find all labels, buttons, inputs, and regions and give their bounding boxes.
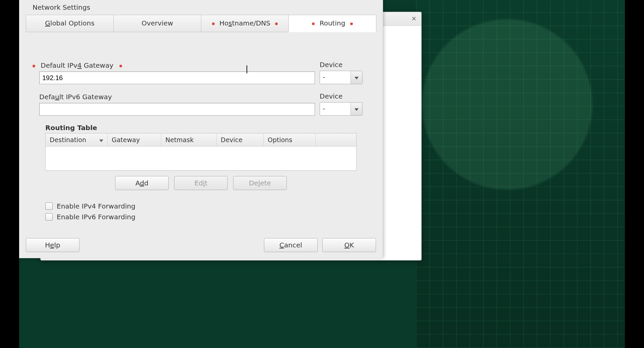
column-options[interactable]: Options (264, 133, 316, 146)
modified-dot-icon (33, 65, 35, 67)
ipv4-device-label: Device (320, 61, 363, 69)
modified-dot-icon (119, 65, 122, 67)
ok-button[interactable]: OK (322, 238, 376, 252)
cancel-button[interactable]: Cancel (264, 238, 318, 252)
modified-dot-icon (350, 22, 353, 25)
modified-dot-icon (275, 22, 278, 25)
svg-marker-0 (355, 77, 359, 79)
letterbox-right (625, 0, 644, 348)
checkbox-icon (45, 202, 53, 210)
wallpaper-circuit (416, 0, 644, 348)
letterbox-left (0, 0, 19, 348)
edit-button[interactable]: Edit (174, 176, 228, 190)
enable-ipv4-forwarding-checkbox[interactable]: Enable IPv4 Forwarding (45, 202, 363, 210)
routing-tab-content: Default IPv4 Gateway Device - (19, 32, 383, 221)
ipv6-device-label: Device (320, 92, 363, 100)
routing-table-label: Routing Table (45, 124, 363, 132)
ipv4-gateway-input[interactable] (39, 71, 315, 84)
help-button[interactable]: Help (26, 238, 79, 252)
checkbox-icon (45, 213, 53, 221)
close-icon: ✕ (411, 15, 416, 22)
enable-ipv6-forwarding-checkbox[interactable]: Enable IPv6 Forwarding (45, 213, 363, 221)
network-settings-dialog: Network Settings Global Options Overview… (19, 0, 383, 258)
svg-marker-2 (99, 139, 103, 142)
ipv4-device-dropdown-button[interactable] (351, 71, 362, 84)
routing-table[interactable]: Destination Gateway Netmask Device Optio… (45, 133, 357, 171)
chevron-down-icon (355, 106, 359, 112)
chevron-down-icon (355, 74, 359, 81)
add-button[interactable]: Add (115, 176, 169, 190)
column-destination[interactable]: Destination (46, 133, 108, 146)
column-device[interactable]: Device (217, 133, 264, 146)
routing-table-body[interactable] (46, 147, 356, 170)
dialog-title: Network Settings (19, 0, 383, 13)
ipv4-device-combo[interactable]: - (320, 71, 363, 84)
column-spacer (316, 133, 356, 146)
tab-routing[interactable]: Routing (288, 15, 376, 32)
ipv6-gateway-label: Default IPv6 Gateway (39, 93, 315, 101)
ipv6-device-combo[interactable]: - (320, 102, 363, 116)
modified-dot-icon (212, 22, 215, 25)
routing-table-header: Destination Gateway Netmask Device Optio… (46, 133, 356, 147)
ipv4-gateway-label: Default IPv4 Gateway (39, 61, 315, 69)
ipv4-device-value: - (320, 71, 351, 84)
column-netmask[interactable]: Netmask (161, 133, 217, 146)
tab-global-options[interactable]: Global Options (26, 15, 114, 32)
ipv6-device-dropdown-button[interactable] (351, 103, 362, 115)
svg-marker-1 (355, 108, 359, 111)
ipv6-gateway-input[interactable] (39, 103, 315, 116)
tab-hostname-dns[interactable]: Hostname/DNS (201, 15, 289, 32)
delete-button[interactable]: Delete (233, 176, 287, 190)
ipv6-forwarding-label: Enable IPv6 Forwarding (57, 213, 136, 221)
column-gateway[interactable]: Gateway (108, 133, 161, 146)
ipv6-device-value: - (320, 103, 351, 115)
desktop-background: ✕ Network Settings Global Options Overvi… (0, 0, 644, 348)
close-button[interactable]: ✕ (409, 14, 419, 23)
tab-overview[interactable]: Overview (113, 15, 201, 32)
tab-bar: Global Options Overview Hostname/DNS Rou… (26, 15, 376, 32)
modified-dot-icon (312, 22, 315, 25)
ipv4-forwarding-label: Enable IPv4 Forwarding (57, 202, 136, 210)
sort-desc-icon (99, 136, 103, 143)
